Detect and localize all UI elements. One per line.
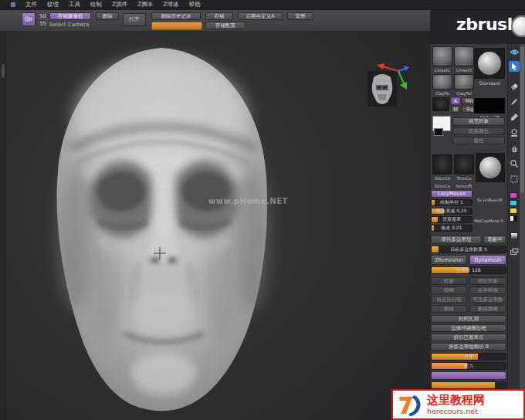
site-logo-icon — [397, 391, 423, 418]
viewport-canvas[interactable]: www.pHome.NET — [6, 31, 430, 420]
stroke-thumb-trimcu[interactable] — [454, 154, 474, 174]
cyan-swatch[interactable] — [510, 200, 517, 206]
select-camera-label[interactable]: Select Camera — [49, 22, 89, 28]
scrollbar-thumb[interactable] — [520, 46, 524, 193]
focus-slider[interactable]: 焦点 0.01 — [431, 225, 472, 232]
logo-area: zbrush — [430, 10, 525, 44]
open-button[interactable]: 打开 — [123, 13, 146, 26]
switch-color-button[interactable]: 切换颜色 — [452, 127, 505, 135]
brush-thumb-standard[interactable] — [474, 48, 505, 79]
brush-thumb-chiselc[interactable] — [432, 46, 452, 66]
menu-texture[interactable]: 纹理 — [47, 1, 59, 8]
brush-label: ClayTul — [454, 91, 474, 96]
brush-thumb-slice[interactable] — [432, 97, 449, 111]
draw-size-slider[interactable]: 绘制半径 1 — [431, 199, 472, 206]
zoom-icon[interactable] — [509, 158, 520, 169]
alpha-preview[interactable] — [473, 97, 506, 114]
resolution-slider[interactable]: 分辨率 128 — [431, 266, 506, 274]
menu-zsphere[interactable]: Z球体 — [163, 1, 178, 8]
target-polycount-slider[interactable]: 目标多边形数量 5 — [431, 246, 506, 253]
split-masked-button[interactable]: 拆分已遮罩点 — [431, 334, 506, 341]
head-thumbnail-icon — [368, 71, 397, 107]
visible-polys-button[interactable]: 可见多边形数 — [469, 296, 506, 303]
menu-help[interactable]: 帮助 — [188, 1, 200, 8]
menubar: 文件 纹理 工具 绘制 Z插件 Z脚本 Z球体 帮助 — [0, 0, 525, 10]
keep-polygroups-button[interactable]: 保持多边形组 — [431, 235, 482, 244]
lazymouse-button[interactable]: LazyMouse — [431, 190, 472, 198]
select-arrow-icon[interactable] — [509, 61, 520, 72]
right-toolbar — [507, 44, 520, 420]
edge-loop-button[interactable]: 边缘环绕圈边框 — [431, 324, 506, 332]
close-holes-button[interactable]: 封闭孔洞 — [431, 315, 506, 323]
brush-thumb-chisel3[interactable] — [454, 46, 474, 66]
menu-file[interactable]: 文件 — [25, 1, 37, 8]
pencil-icon[interactable] — [509, 97, 520, 107]
zbrush-logo: zbrush — [456, 15, 519, 34]
doc-height-value: 35 — [39, 21, 46, 27]
yellow-swatch[interactable] — [510, 208, 517, 214]
size-slider[interactable]: 尺寸 — [431, 353, 506, 361]
history-progress-bar[interactable] — [151, 22, 202, 30]
visibility-eye-icon[interactable] — [509, 46, 520, 57]
subproject-button[interactable]: 细分投影 — [469, 277, 506, 285]
extra-slider[interactable] — [431, 381, 506, 389]
delete-hidden-button[interactable]: 删除隐藏 — [469, 305, 506, 313]
brush-thumb-claytul[interactable] — [454, 74, 474, 90]
bw-swatch[interactable] — [510, 215, 517, 222]
blur-button[interactable]: 模糊 — [431, 286, 467, 294]
store-config-button[interactable]: 存储配置 — [205, 22, 246, 29]
crease-polygroup-button[interactable]: 按多边形组细分 0 — [431, 343, 506, 351]
left-tray[interactable] — [0, 31, 6, 420]
brush-thumb-claytu[interactable] — [432, 74, 452, 90]
brush-icon[interactable] — [509, 112, 520, 123]
zremesher-button[interactable]: ZRemesher — [431, 255, 467, 265]
menu-zscript[interactable]: Z脚本 — [137, 1, 153, 8]
left-tray-handle[interactable] — [2, 64, 5, 78]
marquee-icon[interactable] — [509, 174, 520, 185]
purple-action-button[interactable] — [431, 371, 506, 380]
stroke-thumb-slicecir[interactable] — [432, 154, 452, 174]
menu-draw[interactable]: 绘制 — [90, 1, 102, 8]
store-camera-button[interactable]: 存储摄像机 — [49, 12, 91, 20]
menu-tool[interactable]: 工具 — [69, 1, 80, 8]
secondary-color-swatch[interactable] — [434, 128, 443, 136]
gradient-icon[interactable] — [509, 231, 520, 242]
magenta-swatch[interactable] — [510, 192, 517, 198]
alpha-a-swatch[interactable]: A — [451, 97, 460, 104]
quicksave-icon[interactable]: Qo — [22, 12, 36, 26]
sculpt-head-model[interactable] — [6, 31, 430, 420]
hand-icon[interactable] — [509, 143, 520, 154]
store-button[interactable]: 存储 — [205, 12, 233, 20]
site-domain: herecours.net — [427, 407, 485, 415]
material-preview-sphere[interactable] — [476, 153, 505, 182]
watermark-badge: 这里教程网 herecours.net — [391, 389, 525, 420]
mask-ring-button[interactable]: 遮蔽环 — [483, 235, 506, 244]
brush-label: Chisel3 — [454, 68, 474, 73]
clone-stamp-icon[interactable] — [509, 127, 520, 138]
material-name-label[interactable]: Sk LinBasicM — [472, 198, 506, 202]
gravity-slider[interactable]: 重力 — [431, 362, 506, 370]
background-button[interactable]: 背景 — [287, 12, 313, 20]
adaptive-group-button[interactable]: 自适应分组 — [431, 296, 467, 303]
backtrack-slider[interactable]: 背景遮罩 — [431, 216, 472, 223]
colorize-button[interactable]: 着色 — [452, 137, 505, 144]
stroke-label: SliceCir — [432, 176, 452, 181]
project-button[interactable]: 投影 — [431, 277, 467, 285]
app-icon[interactable] — [11, 2, 15, 7]
delete-geo-button[interactable]: 删除 — [431, 305, 467, 313]
delete-button[interactable]: 删除 — [96, 12, 119, 20]
brush-label: ClayTu — [432, 91, 452, 96]
color-swatches[interactable] — [510, 192, 517, 222]
menu-zplugin[interactable]: Z插件 — [112, 1, 127, 8]
dynamesh-button[interactable]: Dynamesh — [469, 255, 506, 265]
panel-scrollbar[interactable] — [520, 44, 525, 389]
fill-object-button[interactable]: 填充对象 — [452, 117, 505, 126]
eraser-icon[interactable] — [509, 81, 520, 92]
delete-history-button[interactable]: 删除历史记录 — [151, 12, 201, 20]
material-name-label[interactable]: MatCapMetal 0 — [471, 218, 506, 223]
layers-icon[interactable] — [509, 246, 520, 257]
merge-mesh-button[interactable]: 合并网格 — [469, 286, 506, 294]
m-button[interactable]: M — [451, 106, 460, 113]
focal-shift-slider[interactable]: 焦点衰减 0.25 — [431, 208, 472, 215]
enable-custom-button[interactable]: 启用自定义A — [238, 12, 283, 20]
